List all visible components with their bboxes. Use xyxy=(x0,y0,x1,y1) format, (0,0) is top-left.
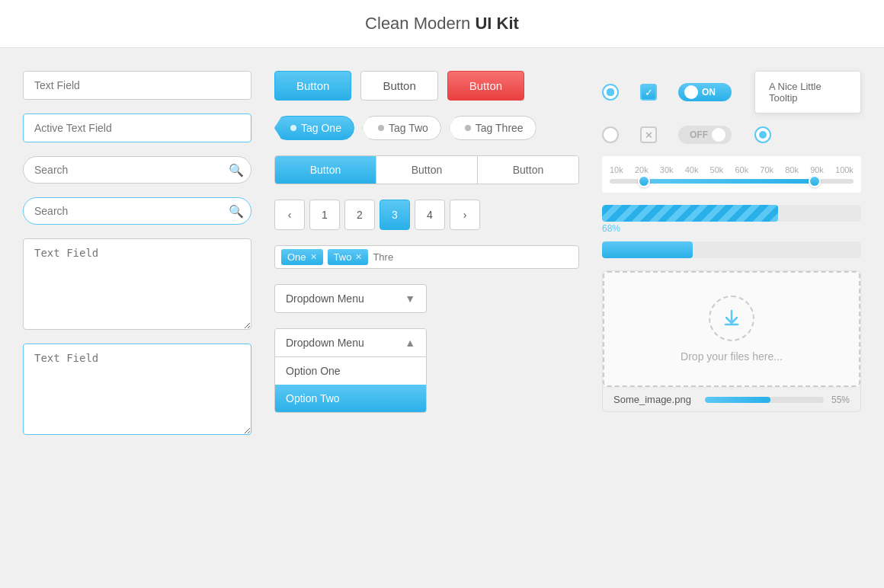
range-labels: 10k 20k 30k 40k 50k 60k 70k 80k 90k 100k xyxy=(610,165,854,174)
progress-bar-1-wrapper: 68% xyxy=(602,205,861,234)
textarea-active[interactable] xyxy=(23,344,251,435)
pagination-page-3[interactable]: 3 xyxy=(380,200,410,230)
drop-text: Drop your files here... xyxy=(681,350,783,363)
tag-two[interactable]: Tag Two xyxy=(362,116,441,140)
progress-bar-1 xyxy=(602,205,861,222)
drop-zone[interactable]: Drop your files here... xyxy=(603,271,860,387)
left-column: 🔍 🔍 xyxy=(23,71,251,435)
progress-label-1: 68% xyxy=(602,223,861,234)
chevron-up-icon: ▲ xyxy=(405,337,415,349)
active-text-field[interactable] xyxy=(23,113,251,142)
dropdown-header[interactable]: Dropdown Menu ▲ xyxy=(275,329,426,357)
radio-unchecked[interactable] xyxy=(602,126,619,143)
range-thumb-left[interactable] xyxy=(638,175,650,187)
drop-icon xyxy=(709,296,754,341)
tab-row: Button Button Button xyxy=(274,155,579,184)
right-column: ✓ ON A Nice Little Tooltip ✕ OFF xyxy=(602,71,861,435)
chip-one: One ✕ xyxy=(281,249,323,265)
progress-bar-2-fill xyxy=(602,241,693,258)
progress-bar-2 xyxy=(602,241,861,258)
tab-button-1[interactable]: Button xyxy=(275,156,376,184)
tag-three[interactable]: Tag Three xyxy=(449,116,536,140)
tags-row: Tag One Tag Two Tag Three xyxy=(274,116,579,140)
file-percent-label: 55% xyxy=(831,395,850,405)
dropdown-open: Dropdown Menu ▲ Option One Option Two xyxy=(274,328,427,413)
dropdown-label: Dropdown Menu xyxy=(286,292,364,305)
search-icon-button-2[interactable]: 🔍 xyxy=(229,204,244,219)
radio-inner-dot xyxy=(607,88,614,96)
checkbox-unchecked[interactable]: ✕ xyxy=(640,126,657,143)
text-field-1[interactable] xyxy=(23,71,251,100)
file-item: Some_image.png 55% xyxy=(603,387,860,411)
header-title-light: Clean Modern xyxy=(365,14,475,33)
chip-two: Two ✕ xyxy=(328,249,369,265)
toggle-circle xyxy=(684,85,698,99)
range-track[interactable] xyxy=(610,179,854,184)
mid-column: Button Button Button Tag One Tag Two Tag… xyxy=(274,71,579,435)
chip-two-label: Two xyxy=(334,251,352,263)
radio-dot-checked[interactable] xyxy=(754,126,771,143)
main-content: 🔍 🔍 Button Button Button Tag One Tag Two xyxy=(0,48,884,450)
header-title-bold: UI Kit xyxy=(475,14,518,33)
tag-one-label: Tag One xyxy=(301,122,341,134)
pagination-next[interactable]: › xyxy=(450,200,480,230)
range-fill xyxy=(644,179,815,184)
toggle-off-circle xyxy=(712,128,725,142)
pagination-prev[interactable]: ‹ xyxy=(274,200,305,230)
tag-dot-2 xyxy=(378,125,384,131)
toggle-off-label: OFF xyxy=(690,129,708,140)
dropdown-option-one[interactable]: Option One xyxy=(275,357,426,385)
search-icon-button-1[interactable]: 🔍 xyxy=(229,163,244,177)
primary-button[interactable]: Button xyxy=(274,71,351,101)
dropdown-closed: Dropdown Menu ▼ xyxy=(274,284,579,313)
tag-two-label: Tag Two xyxy=(389,122,428,134)
chevron-down-icon: ▼ xyxy=(405,292,415,305)
search-wrapper-1: 🔍 xyxy=(23,156,251,184)
tag-input-row[interactable]: One ✕ Two ✕ xyxy=(274,245,579,269)
progress-bar-1-fill xyxy=(602,205,778,222)
tag-dot-1 xyxy=(290,125,296,131)
radio-dot-inner xyxy=(759,131,767,139)
pagination: ‹ 1 2 3 4 › xyxy=(274,200,579,230)
file-upload-section: Drop your files here... Some_image.png 5… xyxy=(602,270,861,412)
dropdown-button-closed[interactable]: Dropdown Menu ▼ xyxy=(274,284,427,313)
dropdown-open-label: Dropdown Menu xyxy=(286,337,364,349)
tab-button-2[interactable]: Button xyxy=(376,156,478,184)
tag-dot-3 xyxy=(465,125,471,131)
tag-one[interactable]: Tag One xyxy=(274,116,354,140)
tag-text-input[interactable] xyxy=(373,251,418,263)
toggle-on-label: ON xyxy=(702,87,716,97)
danger-button[interactable]: Button xyxy=(447,71,524,101)
button-row: Button Button Button xyxy=(274,71,579,101)
pagination-page-4[interactable]: 4 xyxy=(415,200,445,230)
file-progress-fill xyxy=(705,397,770,403)
range-slider-section: 10k 20k 30k 40k 50k 60k 70k 80k 90k 100k xyxy=(602,156,861,193)
toggle-off[interactable]: OFF xyxy=(678,126,732,144)
chip-two-remove[interactable]: ✕ xyxy=(355,252,362,262)
download-icon xyxy=(721,308,742,329)
chip-one-remove[interactable]: ✕ xyxy=(310,252,317,262)
secondary-button[interactable]: Button xyxy=(360,71,437,101)
toggle-on[interactable]: ON xyxy=(678,83,732,101)
textarea-1[interactable] xyxy=(23,238,251,330)
chip-one-label: One xyxy=(287,251,306,263)
pagination-page-2[interactable]: 2 xyxy=(344,200,375,230)
page-header: Clean Modern UI Kit xyxy=(0,0,884,48)
tag-three-label: Tag Three xyxy=(476,122,524,134)
tooltip-box: A Nice Little Tooltip xyxy=(754,71,861,113)
search-input-2[interactable] xyxy=(23,197,251,225)
progress-section: 68% xyxy=(602,205,861,258)
dropdown-option-two[interactable]: Option Two xyxy=(275,385,426,412)
tooltip-text: A Nice Little Tooltip xyxy=(769,81,822,104)
pagination-page-1[interactable]: 1 xyxy=(309,200,340,230)
range-thumb-right[interactable] xyxy=(809,175,821,187)
file-name: Some_image.png xyxy=(613,394,697,405)
radio-checked[interactable] xyxy=(602,84,619,101)
search-wrapper-2: 🔍 xyxy=(23,197,251,225)
search-input-1[interactable] xyxy=(23,156,251,184)
file-progress-bar xyxy=(705,397,824,403)
tab-button-3[interactable]: Button xyxy=(478,156,578,184)
checkbox-checked[interactable]: ✓ xyxy=(640,84,657,101)
